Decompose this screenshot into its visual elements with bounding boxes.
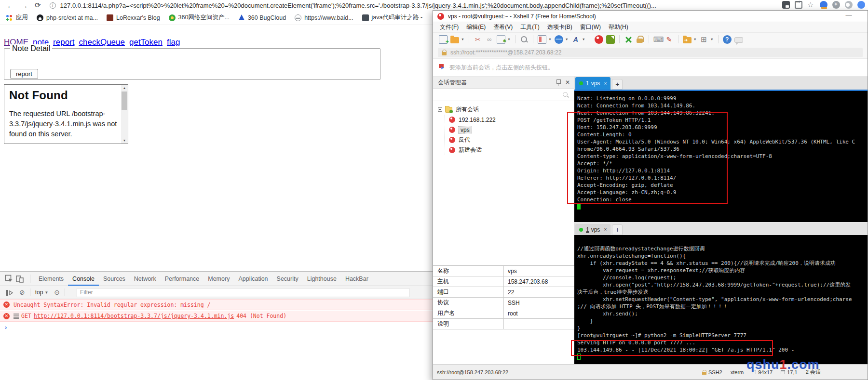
menu-item[interactable]: 选项卡(B) bbox=[547, 23, 572, 31]
feedback-chat-icon[interactable] bbox=[734, 37, 743, 43]
inspect-element-icon[interactable] bbox=[5, 275, 14, 283]
terminal-tab-vps[interactable]: 1 vps × bbox=[575, 77, 610, 90]
close-icon[interactable]: ✕ bbox=[565, 79, 570, 86]
scroll-up-icon[interactable]: ▲ bbox=[121, 85, 128, 91]
chevron-down-icon[interactable]: ▼ bbox=[565, 38, 569, 41]
tab-performance[interactable]: Performance bbox=[161, 272, 204, 286]
fullscreen-icon[interactable] bbox=[624, 35, 633, 44]
tab-security[interactable]: Security bbox=[272, 272, 303, 286]
link-flag[interactable]: flag bbox=[167, 38, 180, 47]
session-properties-icon[interactable] bbox=[497, 35, 505, 44]
tab-console[interactable]: Console bbox=[68, 272, 99, 286]
new-tab-button[interactable]: + bbox=[612, 224, 623, 235]
menu-item[interactable]: 文件(F) bbox=[440, 23, 459, 31]
tab-memory[interactable]: Memory bbox=[203, 272, 234, 286]
open-folder-icon[interactable] bbox=[450, 37, 459, 43]
tab-sources[interactable]: Sources bbox=[99, 272, 130, 286]
filter-input[interactable] bbox=[77, 288, 409, 297]
bookmark-bugcloud[interactable]: 360 BugCloud bbox=[238, 14, 286, 21]
picture-in-picture-icon[interactable] bbox=[782, 1, 790, 9]
report-button[interactable]: report bbox=[10, 69, 38, 79]
tab-elements[interactable]: Elements bbox=[34, 272, 68, 286]
apps-grid-icon[interactable] bbox=[6, 14, 13, 21]
page-info-icon[interactable]: i bbox=[50, 2, 56, 9]
encoding-globe-icon[interactable] bbox=[555, 35, 563, 44]
menu-item[interactable]: 帮助(H) bbox=[609, 23, 628, 31]
session-item-vps[interactable]: vps bbox=[445, 125, 574, 135]
link-checkqueue[interactable]: checkQueue bbox=[79, 38, 125, 47]
minimize-button[interactable]: — bbox=[842, 11, 855, 21]
lock-icon[interactable] bbox=[636, 35, 644, 44]
reload-icon[interactable]: ⟳ bbox=[35, 1, 41, 10]
transfer-folder-icon[interactable] bbox=[683, 37, 692, 43]
chevron-down-icon[interactable]: ▼ bbox=[693, 38, 697, 41]
xshell-icon[interactable] bbox=[595, 35, 603, 44]
xftp-icon[interactable] bbox=[606, 35, 615, 44]
virtual-keyboard-icon[interactable]: ⌨ bbox=[653, 35, 662, 44]
new-session-icon[interactable] bbox=[439, 35, 448, 44]
statusbar-terminal-type[interactable]: xterm bbox=[731, 369, 744, 375]
disconnect-icon[interactable]: ✂ bbox=[474, 35, 482, 44]
scrollbar-thumb[interactable] bbox=[122, 92, 127, 110]
bookmark-baidu[interactable]: https://www.baid... bbox=[295, 14, 353, 21]
initiator-stack-icon[interactable] bbox=[14, 314, 19, 319]
chevron-down-icon[interactable]: ▼ bbox=[461, 38, 464, 41]
reconnect-icon[interactable]: ∞ bbox=[485, 35, 494, 44]
tab-hackbar[interactable]: HackBar bbox=[341, 272, 373, 286]
menu-item[interactable]: 工具(T) bbox=[520, 23, 539, 31]
extension-icon-4[interactable] bbox=[857, 1, 865, 9]
share-icon[interactable] bbox=[795, 1, 802, 9]
bookmark-star-icon[interactable]: ☆ bbox=[807, 1, 815, 9]
pin-icon[interactable] bbox=[556, 79, 560, 86]
chevron-down-icon[interactable]: ▼ bbox=[710, 38, 714, 41]
tree-root-all-sessions[interactable]: 所有会话 bbox=[433, 105, 574, 115]
close-tab-icon[interactable]: × bbox=[604, 227, 607, 232]
collapse-icon[interactable] bbox=[438, 107, 442, 112]
session-search-box[interactable] bbox=[433, 89, 574, 101]
eye-icon[interactable]: ⊙ bbox=[54, 288, 60, 296]
extension-icon-2[interactable] bbox=[832, 1, 840, 9]
error-url-link[interactable]: http://127.0.0.1:8114/bootstrap-3.3.7/js… bbox=[34, 313, 234, 319]
session-item-fandai[interactable]: 反代 bbox=[445, 135, 574, 145]
terminal-tab-vps-2[interactable]: 1 vps × bbox=[575, 224, 610, 235]
highlight-pen-icon[interactable]: ✎ bbox=[665, 35, 674, 44]
close-tab-icon[interactable]: × bbox=[604, 81, 607, 86]
font-icon[interactable]: A bbox=[571, 35, 580, 44]
help-icon[interactable]: ? bbox=[723, 35, 732, 44]
session-item-new-session[interactable]: 新建会话 bbox=[445, 145, 574, 155]
console-sidebar-icon[interactable] bbox=[6, 288, 14, 296]
context-selector[interactable]: top bbox=[35, 289, 43, 296]
forward-icon[interactable]: → bbox=[21, 1, 28, 10]
xshell-titlebar[interactable]: vps - root@vultrguest:~ - Xshell 7 (Free… bbox=[433, 11, 868, 22]
scroll-down-icon[interactable]: ▼ bbox=[121, 137, 128, 144]
bookmark-360net[interactable]: 360网络空间资产... bbox=[169, 13, 230, 22]
back-icon[interactable]: ← bbox=[7, 1, 14, 10]
tile-windows-icon[interactable]: ⊞ bbox=[700, 35, 708, 44]
chevron-down-icon[interactable]: ▼ bbox=[507, 38, 511, 41]
link-report[interactable]: report bbox=[53, 38, 74, 47]
session-item-192-168-1-222[interactable]: 192.168.1.222 bbox=[445, 115, 574, 125]
link-gettoken[interactable]: getToken bbox=[129, 38, 163, 47]
tab-lighthouse[interactable]: Lighthouse bbox=[303, 272, 341, 286]
bookmark-lorexxar[interactable]: LoRexxar's Blog bbox=[107, 14, 160, 21]
address-bar[interactable]: i 127.0.0.1:8114/a.php?a=<script%20>%20l… bbox=[50, 2, 743, 9]
extension-icon-1[interactable] bbox=[820, 1, 827, 9]
iframe-scrollbar[interactable]: ▲ ▼ bbox=[121, 85, 128, 144]
ssh-address-field[interactable]: ssh://root:**************@158.247.203.68… bbox=[438, 48, 863, 57]
url-text[interactable]: 127.0.0.1:8114/a.php?a=<script%20>%20let… bbox=[60, 2, 743, 9]
menu-item[interactable]: 查看(V) bbox=[493, 23, 513, 31]
terminal-top[interactable]: Ncat: Listening on 0.0.0.0:9999Ncat: Con… bbox=[574, 91, 868, 222]
extension-icon-3[interactable] bbox=[845, 1, 853, 9]
bookmark-apps[interactable]: 应用 bbox=[16, 13, 28, 22]
tab-application[interactable]: Application bbox=[234, 272, 272, 286]
bookmark-php-src[interactable]: php-src/ext at ma... bbox=[37, 14, 98, 21]
clear-console-icon[interactable]: ⊘ bbox=[19, 288, 25, 296]
tab-network[interactable]: Network bbox=[130, 272, 161, 286]
chevron-down-icon[interactable]: ▼ bbox=[582, 38, 585, 41]
find-icon[interactable] bbox=[520, 35, 529, 44]
menu-item[interactable]: 编辑(E) bbox=[466, 23, 486, 31]
terminal-bottom[interactable]: //通过回调函数onreadystatechange进行数据回调xhr.onre… bbox=[574, 235, 868, 364]
layout-icon[interactable] bbox=[538, 35, 546, 44]
bookmark-java-audit[interactable]: java代码审计之路 - bbox=[362, 13, 423, 22]
device-toolbar-icon[interactable] bbox=[15, 275, 24, 283]
